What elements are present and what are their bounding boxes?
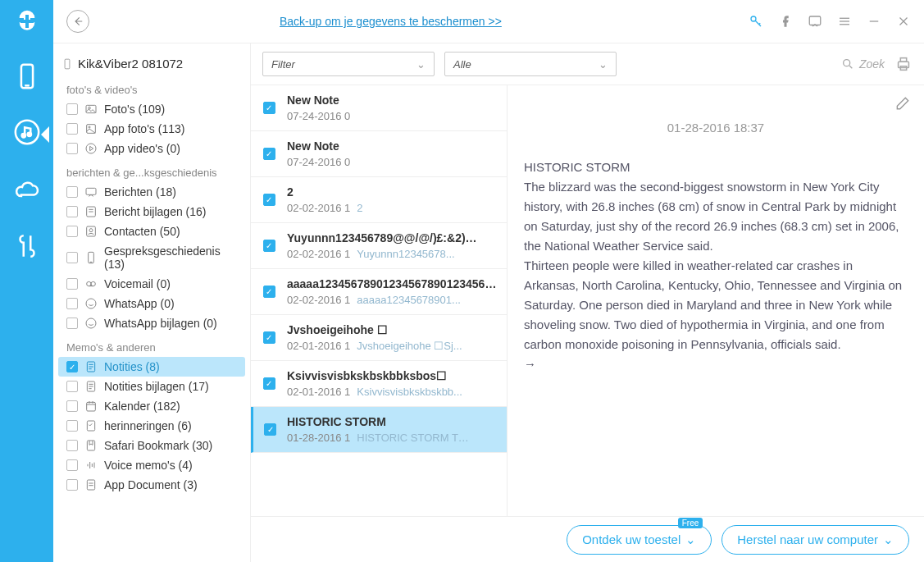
checkbox-icon[interactable]: ✓ bbox=[264, 423, 276, 436]
tree-item-label: App video's (0) bbox=[104, 142, 180, 155]
recover-button[interactable]: Herstel naar uw computer⌄ bbox=[721, 525, 909, 555]
tools-icon[interactable] bbox=[13, 232, 41, 260]
tree-item[interactable]: WhatsApp bijlagen (0) bbox=[58, 313, 245, 333]
svg-rect-47 bbox=[87, 421, 94, 431]
tree-item[interactable]: Safari Bookmark (30) bbox=[58, 436, 245, 455]
note-item[interactable]: ✓ HISTORIC STORM 01-28-2016 1HISTORIC ST… bbox=[251, 407, 507, 453]
checkbox-icon[interactable] bbox=[66, 440, 78, 451]
note-item-date: 02-02-2016 12 bbox=[287, 202, 498, 214]
tree-item[interactable]: Kalender (182) bbox=[58, 396, 245, 416]
tree-item-label: herinneringen (6) bbox=[104, 419, 192, 432]
note-item[interactable]: ✓ Jvshoeigeihohe ☐ 02-01-2016 1Jvshoeige… bbox=[251, 315, 507, 361]
discover-device-button[interactable]: Ontdek uw toestel⌄ Free bbox=[567, 525, 712, 555]
tree-item[interactable]: herinneringen (6) bbox=[58, 416, 245, 436]
checkbox-icon[interactable] bbox=[66, 420, 78, 432]
note-item[interactable]: ✓ 2 02-02-2016 12 bbox=[251, 177, 507, 223]
note-item[interactable]: ✓ Yuyunnn123456789@@/@/)£:&2)… 02-02-201… bbox=[251, 223, 507, 269]
contact-icon bbox=[84, 225, 98, 238]
music-icon[interactable] bbox=[13, 118, 41, 146]
checkbox-icon[interactable]: ✓ bbox=[66, 361, 78, 372]
tree-item-label: Bericht bijlagen (16) bbox=[104, 205, 207, 218]
tree-item-label: Notities bijlagen (17) bbox=[104, 380, 209, 393]
tree-item[interactable]: Berichten (18) bbox=[58, 182, 245, 202]
svg-point-33 bbox=[86, 299, 96, 308]
all-dropdown[interactable]: Alle⌄ bbox=[444, 52, 617, 76]
checkbox-icon[interactable] bbox=[66, 479, 78, 491]
attach-icon bbox=[84, 205, 98, 218]
backup-link[interactable]: Back-up om je gegevens te beschermen >> bbox=[280, 14, 502, 29]
tree-item[interactable]: Foto's (109) bbox=[58, 99, 245, 119]
phone-icon[interactable] bbox=[13, 62, 41, 90]
note-item-preview: 2 bbox=[357, 202, 362, 214]
note-item-date: 07-24-2016 0 bbox=[287, 110, 498, 122]
tree-group-header: foto's & video's bbox=[58, 75, 245, 99]
checkbox-icon[interactable] bbox=[66, 226, 78, 237]
note-detail: 01-28-2016 18:37 HISTORIC STORM The bliz… bbox=[508, 85, 924, 516]
svg-point-20 bbox=[89, 126, 90, 128]
checkbox-icon[interactable]: ✓ bbox=[263, 194, 275, 206]
tree-item[interactable]: Voice memo's (4) bbox=[58, 455, 245, 475]
rem-icon bbox=[84, 419, 98, 432]
checkbox-icon[interactable]: ✓ bbox=[263, 286, 275, 298]
note-icon bbox=[84, 360, 98, 373]
checkbox-icon[interactable] bbox=[66, 252, 78, 263]
checkbox-icon[interactable] bbox=[66, 400, 78, 412]
tree-item[interactable]: ✓ Notities (8) bbox=[58, 357, 245, 377]
checkbox-icon[interactable] bbox=[66, 206, 78, 217]
checkbox-icon[interactable]: ✓ bbox=[263, 148, 275, 160]
facebook-icon[interactable] bbox=[778, 14, 793, 29]
tree-item[interactable]: Notities bijlagen (17) bbox=[58, 377, 245, 396]
filter-dropdown[interactable]: Filter⌄ bbox=[262, 52, 435, 76]
note-item-title: HISTORIC STORM bbox=[287, 415, 498, 428]
tree-item[interactable]: App video's (0) bbox=[58, 139, 245, 158]
note-item-title: Jvshoeigeihohe ☐ bbox=[287, 323, 498, 336]
checkbox-icon[interactable] bbox=[66, 459, 78, 471]
svg-point-6 bbox=[21, 134, 25, 137]
svg-rect-48 bbox=[87, 441, 94, 450]
checkbox-icon[interactable] bbox=[66, 186, 78, 198]
edit-icon[interactable] bbox=[894, 95, 911, 112]
printer-icon[interactable] bbox=[894, 55, 913, 73]
tree-item[interactable]: App foto's (113) bbox=[58, 119, 245, 139]
note-item-preview: Jvshoeigeihohe ☐Sj... bbox=[357, 340, 462, 352]
menu-icon[interactable] bbox=[837, 14, 852, 29]
note-item-title: Yuyunnn123456789@@/@/)£:&2)… bbox=[287, 231, 498, 244]
checkbox-icon[interactable] bbox=[66, 103, 78, 115]
tree-item[interactable]: Contacten (50) bbox=[58, 222, 245, 241]
minimize-icon[interactable] bbox=[867, 14, 881, 29]
tree-item[interactable]: Bericht bijlagen (16) bbox=[58, 202, 245, 222]
checkbox-icon[interactable] bbox=[66, 318, 78, 329]
note-item[interactable]: ✓ Ksivvisvisbkskbskbbksbos☐ 02-01-2016 1… bbox=[251, 361, 507, 407]
tree-item-label: WhatsApp bijlagen (0) bbox=[104, 317, 217, 330]
checkbox-icon[interactable]: ✓ bbox=[263, 377, 275, 390]
search-input[interactable]: Zoek bbox=[841, 57, 885, 71]
note-item[interactable]: ✓ aaaaa12345678901234567890123456789012…… bbox=[251, 269, 507, 315]
tree-item[interactable]: Voicemail (0) bbox=[58, 274, 245, 294]
note-item-date: 02-02-2016 1Yuyunnn12345678... bbox=[287, 248, 498, 260]
checkbox-icon[interactable]: ✓ bbox=[263, 102, 275, 114]
photo-icon bbox=[84, 103, 98, 116]
note-item-preview: Ksivvisvisbkskbskbb... bbox=[357, 386, 462, 398]
tree-item[interactable]: Gespreksgeschiedenis (13) bbox=[58, 241, 245, 274]
feedback-icon[interactable] bbox=[808, 14, 822, 29]
checkbox-icon[interactable] bbox=[66, 143, 78, 154]
close-icon[interactable] bbox=[896, 14, 911, 29]
tree-item[interactable]: WhatsApp (0) bbox=[58, 294, 245, 313]
checkbox-icon[interactable] bbox=[66, 278, 78, 290]
checkbox-icon[interactable]: ✓ bbox=[263, 240, 275, 252]
tree-item[interactable]: App Document (3) bbox=[58, 475, 245, 495]
note-item-title: 2 bbox=[287, 185, 498, 199]
svg-rect-22 bbox=[86, 188, 96, 194]
checkbox-icon[interactable]: ✓ bbox=[263, 331, 275, 344]
svg-rect-3 bbox=[20, 65, 32, 88]
checkbox-icon[interactable] bbox=[66, 381, 78, 392]
note-item[interactable]: ✓ New Note 07-24-2016 0 bbox=[251, 131, 507, 177]
cloud-icon[interactable] bbox=[13, 176, 41, 204]
call-icon bbox=[84, 251, 98, 264]
note-item[interactable]: ✓ New Note 07-24-2016 0 bbox=[251, 85, 507, 131]
note-item-date: 01-28-2016 1HISTORIC STORM T… bbox=[287, 432, 498, 444]
back-button[interactable] bbox=[66, 10, 89, 33]
checkbox-icon[interactable] bbox=[66, 298, 78, 309]
checkbox-icon[interactable] bbox=[66, 123, 78, 135]
key-icon[interactable] bbox=[749, 14, 763, 29]
